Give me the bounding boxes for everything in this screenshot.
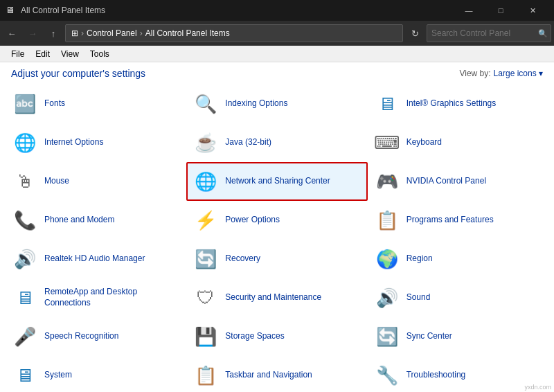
- grid-item-taskbar[interactable]: 📋Taskbar and Navigation: [186, 356, 367, 392]
- content-area: Adjust your computer's settings View by:…: [0, 62, 554, 392]
- menu-edit[interactable]: Edit: [30, 48, 55, 60]
- search-input[interactable]: [431, 28, 535, 38]
- grid-item-synccenter[interactable]: 🔄Sync Center: [368, 317, 548, 356]
- synccenter-label: Sync Center: [406, 331, 452, 342]
- watermark: yxdn.com: [524, 384, 551, 391]
- grid-item-recovery[interactable]: 🔄Recovery: [186, 240, 367, 278]
- region-label: Region: [406, 253, 433, 265]
- sound-label: Sound: [406, 292, 431, 303]
- grid-item-region[interactable]: 🌍Region: [368, 240, 548, 278]
- speech-icon: 🎤: [12, 324, 37, 349]
- network-icon: 🌐: [193, 169, 218, 194]
- path-root: ⊞: [71, 28, 78, 38]
- up-button[interactable]: ↑: [44, 24, 62, 42]
- taskbar-icon: 📋: [193, 363, 218, 388]
- grid-item-indexing[interactable]: 🔍Indexing Options: [186, 84, 367, 123]
- refresh-button[interactable]: ↻: [406, 24, 424, 42]
- grid-item-mouse[interactable]: 🖱Mouse: [6, 162, 186, 201]
- window-title: All Control Panel Items: [21, 6, 105, 15]
- items-grid: 🔤Fonts🔍Indexing Options🖥Intel® Graphics …: [0, 82, 554, 392]
- menu-tools[interactable]: Tools: [84, 48, 115, 60]
- intel-label: Intel® Graphics Settings: [406, 98, 497, 109]
- address-path[interactable]: ⊞ › Control Panel › All Control Panel It…: [65, 24, 403, 42]
- app-icon: 🖥: [6, 5, 17, 16]
- phone-label: Phone and Modem: [44, 215, 114, 226]
- grid-item-java[interactable]: ☕Java (32-bit): [186, 123, 367, 162]
- system-label: System: [44, 370, 72, 381]
- nvidia-icon: 🎮: [375, 169, 400, 194]
- synccenter-icon: 🔄: [375, 324, 400, 349]
- realtek-label: Realtek HD Audio Manager: [44, 253, 145, 265]
- grid-item-security[interactable]: 🛡Security and Maintenance: [186, 278, 367, 317]
- items-container: 🔤Fonts🔍Indexing Options🖥Intel® Graphics …: [0, 82, 554, 392]
- fonts-icon: 🔤: [12, 91, 37, 116]
- java-label: Java (32-bit): [225, 137, 271, 148]
- grid-item-remoteapp[interactable]: 🖥RemoteApp and Desktop Connections: [6, 278, 186, 317]
- search-icon: 🔍: [538, 29, 548, 38]
- grid-item-nvidia[interactable]: 🎮NVIDIA Control Panel: [368, 162, 548, 201]
- grid-item-speech[interactable]: 🎤Speech Recognition: [6, 317, 186, 356]
- search-box[interactable]: 🔍: [427, 24, 551, 42]
- security-icon: 🛡: [193, 285, 218, 310]
- grid-item-system[interactable]: 🖥System: [6, 356, 186, 392]
- menu-bar: File Edit View Tools: [0, 46, 554, 62]
- grid-item-intel[interactable]: 🖥Intel® Graphics Settings: [368, 84, 548, 123]
- title-bar: 🖥 All Control Panel Items — □ ✕: [0, 0, 554, 21]
- indexing-icon: 🔍: [193, 91, 218, 116]
- grid-item-sound[interactable]: 🔊Sound: [368, 278, 548, 317]
- menu-view[interactable]: View: [55, 48, 84, 60]
- network-label: Network and Sharing Center: [225, 176, 330, 187]
- close-button[interactable]: ✕: [517, 0, 548, 21]
- programs-label: Programs and Features: [406, 215, 494, 226]
- maximize-button[interactable]: □: [485, 0, 517, 21]
- grid-item-troubleshoot[interactable]: 🔧Troubleshooting: [368, 356, 548, 392]
- menu-file[interactable]: File: [6, 48, 30, 60]
- grid-item-realtek[interactable]: 🔊Realtek HD Audio Manager: [6, 240, 186, 278]
- address-bar: ← → ↑ ⊞ › Control Panel › All Control Pa…: [0, 21, 554, 46]
- view-by-value[interactable]: Large icons ▾: [494, 69, 543, 78]
- grid-item-programs[interactable]: 📋Programs and Features: [368, 201, 548, 240]
- content-header: Adjust your computer's settings View by:…: [0, 62, 554, 82]
- keyboard-label: Keyboard: [406, 137, 442, 148]
- remoteapp-icon: 🖥: [12, 285, 37, 310]
- taskbar-label: Taskbar and Navigation: [225, 370, 312, 381]
- programs-icon: 📋: [375, 208, 400, 233]
- speech-label: Speech Recognition: [44, 331, 118, 342]
- storage-icon: 💾: [193, 324, 218, 349]
- path-current: All Control Panel Items: [145, 28, 230, 38]
- window-controls: — □ ✕: [453, 0, 548, 21]
- internet-label: Internet Options: [44, 137, 103, 148]
- minimize-button[interactable]: —: [453, 0, 485, 21]
- realtek-icon: 🔊: [12, 247, 37, 271]
- indexing-label: Indexing Options: [225, 98, 287, 109]
- sound-icon: 🔊: [375, 285, 400, 310]
- page-title: Adjust your computer's settings: [11, 68, 145, 79]
- security-label: Security and Maintenance: [225, 292, 321, 303]
- path-control-panel: Control Panel: [87, 28, 137, 38]
- grid-item-phone[interactable]: 📞Phone and Modem: [6, 201, 186, 240]
- fonts-label: Fonts: [44, 98, 65, 109]
- power-icon: ⚡: [193, 208, 218, 233]
- mouse-icon: 🖱: [12, 169, 37, 194]
- region-icon: 🌍: [375, 247, 400, 271]
- remoteapp-label: RemoteApp and Desktop Connections: [44, 287, 179, 308]
- grid-item-internet[interactable]: 🌐Internet Options: [6, 123, 186, 162]
- nvidia-label: NVIDIA Control Panel: [406, 176, 486, 187]
- grid-item-power[interactable]: ⚡Power Options: [186, 201, 367, 240]
- recovery-icon: 🔄: [193, 247, 218, 271]
- grid-item-network[interactable]: 🌐Network and Sharing Center: [186, 162, 367, 201]
- internet-icon: 🌐: [12, 130, 37, 155]
- grid-item-fonts[interactable]: 🔤Fonts: [6, 84, 186, 123]
- recovery-label: Recovery: [225, 253, 260, 265]
- back-button[interactable]: ←: [3, 24, 21, 42]
- forward-button[interactable]: →: [24, 24, 42, 42]
- grid-item-storage[interactable]: 💾Storage Spaces: [186, 317, 367, 356]
- intel-icon: 🖥: [375, 91, 400, 116]
- phone-icon: 📞: [12, 208, 37, 233]
- grid-item-keyboard[interactable]: ⌨Keyboard: [368, 123, 548, 162]
- troubleshoot-label: Troubleshooting: [406, 370, 466, 381]
- java-icon: ☕: [193, 130, 218, 155]
- system-icon: 🖥: [12, 363, 37, 388]
- keyboard-icon: ⌨: [375, 130, 400, 155]
- power-label: Power Options: [225, 215, 280, 226]
